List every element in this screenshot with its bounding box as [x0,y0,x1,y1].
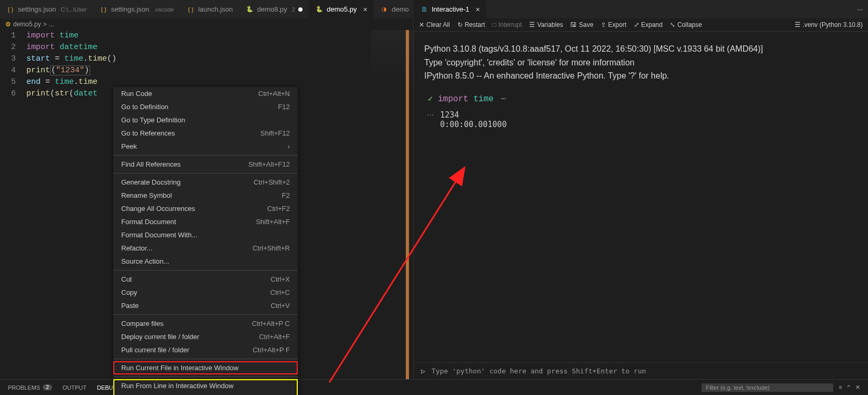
menu-item[interactable]: Format Document With... [113,228,298,242]
menu-item[interactable]: Copy Ctrl+C [113,286,298,299]
menu-item[interactable]: Paste Ctrl+V [113,299,298,312]
save-button[interactable]: 🖫 Save [570,21,593,28]
interactive-tab[interactable]: 🗎 Interactive-1 × [414,0,486,18]
kernel-selector[interactable]: ☰ .venv (Python 3.10.8) [795,21,863,28]
breadcrumb-rest: ... [49,21,54,28]
menu-item-label: Run Current File in Interactive Window [121,364,239,372]
editor-tab[interactable]: { } settings.json.vscode [93,0,180,18]
editor-tab[interactable]: 🐍 demo5.py× [309,0,374,18]
interactive-body: Python 3.10.8 (tags/v3.10.8:aaaf517, Oct… [414,32,868,362]
ellipsis-icon: ⋯ [501,94,506,104]
code-line[interactable]: 5end = time.time [0,76,413,88]
editor-tab[interactable]: 🐍 demo8.py2 [239,0,309,18]
menu-item[interactable]: Pull current file / folder Ctrl+Alt+P F [113,343,298,357]
filter-icon[interactable]: ≡ [838,384,842,391]
menu-item[interactable]: Format Document Shift+Alt+F [113,215,298,228]
breadcrumb[interactable]: ⚙ demo5.py > ... [0,18,413,30]
menu-item[interactable]: Rename Symbol F2 [113,189,298,202]
restart-icon: ↻ [457,21,463,28]
menu-item[interactable]: Go to References Shift+F12 [113,127,298,140]
tab-label: demo [392,5,409,13]
keyword: import [438,94,469,104]
menu-shortcut: Shift+Alt+F12 [248,160,290,168]
tab-label: Interactive-1 [432,5,470,13]
menu-item[interactable]: Run Code Ctrl+Alt+N [113,87,298,100]
python-icon: 🐍 [315,5,324,14]
menu-item-label: Generate Docstring [121,178,181,186]
clear-all-button[interactable]: ✕ Clear All [419,21,450,28]
tab-sublabel: .vscode [154,6,174,13]
line-number: 3 [0,53,26,65]
input-cell[interactable]: ✓ import time ⋯ [424,93,857,104]
tab-label: demo5.py [327,5,357,13]
ipython-info: IPython 8.5.0 -- An enhanced Interactive… [424,69,857,83]
menu-item[interactable]: Change All Occurrences Ctrl+F2 [113,202,298,215]
context-menu: Run Code Ctrl+Alt+NGo to Definition F12G… [113,87,298,395]
menu-item[interactable]: Refactor... Ctrl+Shift+R [113,242,298,255]
menu-shortcut: Ctrl+Alt+P F [252,346,290,354]
editor-tab[interactable]: ◑ demo [374,0,415,18]
menu-item[interactable]: Compare files Ctrl+Alt+P C [113,317,298,330]
menu-item-label: Go to References [121,129,175,137]
menu-shortcut: Ctrl+X [271,275,290,283]
menu-item-label: Copy [121,288,137,296]
export-button[interactable]: ⇪ Export [601,21,627,28]
menu-item[interactable]: Run From Line in Interactive Window [113,379,298,392]
more-icon[interactable]: ··· [857,5,863,13]
menu-shortcut: Ctrl+Alt+P C [252,320,290,327]
python-info: Type 'copyright', 'credits' or 'license'… [424,56,857,70]
code-line[interactable]: 3start = time.time() [0,53,413,65]
problems-tab[interactable]: PROBLEMS 2 [8,384,52,391]
menu-item-label: Cut [121,275,132,283]
menu-shortcut: F2 [282,191,290,199]
menu-item[interactable]: Go to Type Definition [113,113,298,127]
editor-pane: ⚙ demo5.py > ... 1import time2import dat… [0,18,414,379]
output-tab[interactable]: OUTPUT [63,384,86,391]
tab-label: settings.json [18,5,56,13]
tab-sublabel: 2 [292,6,295,13]
menu-item-label: Find All References [121,160,181,168]
code-line[interactable]: 1import time [0,30,413,42]
close-icon[interactable]: × [363,5,367,14]
tab-sublabel: C:\...\User [61,6,87,13]
modified-dot-icon [298,7,303,12]
code-line[interactable]: 4print("1234") [0,65,413,76]
cell-menu-icon[interactable]: ··· [427,110,434,120]
play-icon[interactable]: ▷ [421,367,425,375]
expand-button[interactable]: ⤢ Expand [634,21,663,28]
tab-label: demo8.py [257,5,287,13]
menu-item[interactable]: Deploy current file / folder Ctrl+Alt+F [113,330,298,343]
close-icon[interactable]: × [476,5,480,14]
menu-item-label: Pull current file / folder [121,346,189,354]
menu-item[interactable]: Run Selection/Line in Interactive Window… [113,392,298,395]
braces-icon: { } [187,5,195,14]
menu-item[interactable]: Go to Definition F12 [113,100,298,113]
editor-tab[interactable]: { } launch.json [180,0,239,18]
menu-item-label: Source Action... [121,257,169,265]
variables-button[interactable]: ☰ Variables [529,21,563,28]
code-line[interactable]: 2import datetime [0,42,413,53]
restart-button[interactable]: ↻ Restart [457,21,485,28]
braces-icon: { } [100,5,108,14]
menu-item-label: Change All Occurrences [121,205,195,213]
menu-shortcut: Shift+Alt+F [256,218,290,226]
editor-tab[interactable]: { } settings.jsonC:\...\User [0,0,93,18]
collapse-button[interactable]: ⤡ Collapse [670,21,702,28]
menu-shortcut: Ctrl+C [270,288,290,296]
maximize-icon[interactable]: ^ [847,384,850,391]
filter-input[interactable]: Filter (e.g. text, !exclude) [701,383,833,392]
interactive-input[interactable]: Type 'python' code here and press Shift+… [432,367,861,375]
close-panel-icon[interactable]: ✕ [855,384,860,391]
menu-item[interactable]: Run Current File in Interactive Window [113,361,298,374]
menu-item[interactable]: Peek › [113,140,298,153]
expand-icon: ⤢ [634,21,639,28]
menu-item-label: Format Document With... [121,231,197,239]
menu-item[interactable]: Cut Ctrl+X [113,273,298,286]
interrupt-button[interactable]: □ Interrupt [492,21,522,28]
python-icon: 🐍 [246,5,254,14]
menu-item[interactable]: Generate Docstring Ctrl+Shift+2 [113,176,298,189]
problems-badge: 2 [43,384,52,390]
menu-item[interactable]: Source Action... [113,255,298,268]
menu-item[interactable]: Find All References Shift+Alt+F12 [113,158,298,171]
overview-ruler [406,30,409,379]
